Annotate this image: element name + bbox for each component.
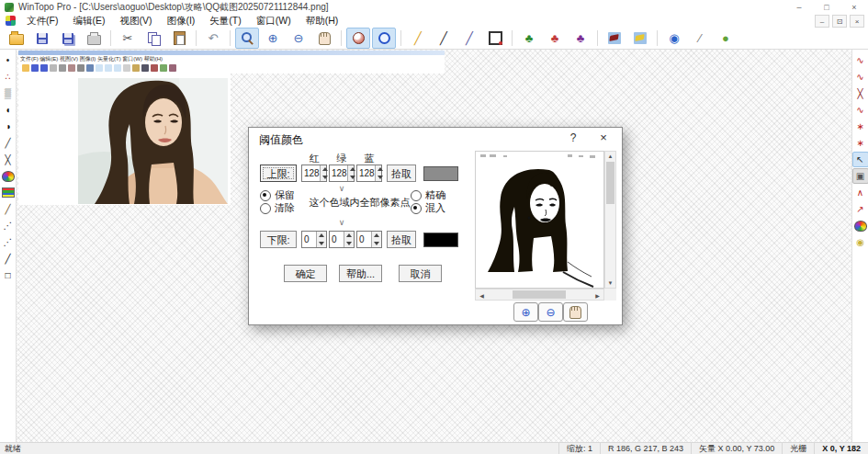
paste-button[interactable]: [167, 28, 191, 49]
upper-red-spinner[interactable]: 128: [301, 165, 327, 182]
cross-tool-button[interactable]: [0, 152, 17, 167]
pan-button[interactable]: [312, 28, 336, 49]
polyline-open-button[interactable]: [852, 102, 868, 118]
vectorize-purple-button[interactable]: [569, 28, 592, 49]
delete-line-button[interactable]: [852, 85, 868, 101]
lower-red-spinner[interactable]: 0: [301, 231, 327, 248]
clear-radio[interactable]: 清除: [260, 201, 295, 215]
zoom-in-button[interactable]: [261, 28, 285, 49]
dialog-title-bar[interactable]: 阈值颜色 ? ×: [249, 128, 622, 147]
zoom-out-button[interactable]: [287, 28, 310, 49]
lower-limit-button[interactable]: 下限:: [260, 231, 297, 248]
crop-button[interactable]: [483, 28, 507, 49]
child-close-button[interactable]: ×: [850, 15, 864, 28]
dotted-line-a-button[interactable]: [0, 218, 17, 233]
exact-radio[interactable]: 精确: [411, 188, 445, 202]
scroll-down-icon[interactable]: ▼: [605, 280, 615, 286]
one-touch-vectorize-button[interactable]: [346, 28, 370, 49]
edit-pixels-button[interactable]: [457, 28, 481, 49]
preview-vscroll-thumb[interactable]: [606, 162, 614, 204]
lower-green-arrows[interactable]: [344, 232, 354, 247]
child-restore-button[interactable]: ⊡: [832, 15, 847, 28]
scroll-right-icon[interactable]: ▶: [592, 292, 603, 299]
bird-button[interactable]: [714, 28, 738, 49]
slash-tool-button[interactable]: [0, 135, 17, 151]
upper-blue-value[interactable]: 128: [357, 165, 375, 181]
preview-vertical-scrollbar[interactable]: ▲ ▼: [604, 151, 616, 289]
erase-red-button[interactable]: [603, 28, 626, 49]
line-tool-button[interactable]: [0, 251, 17, 267]
color-bars-button[interactable]: [0, 185, 17, 200]
save-as-button[interactable]: [56, 28, 80, 49]
halftone-button[interactable]: [0, 85, 17, 101]
copy-button[interactable]: [141, 28, 165, 49]
cut-button[interactable]: [116, 28, 140, 49]
print-button[interactable]: [82, 28, 106, 49]
menu-item-0[interactable]: 文件(F): [19, 15, 65, 26]
lower-blue-spinner[interactable]: 0: [356, 231, 382, 248]
preview-zoom-out-button[interactable]: ⊖: [538, 302, 563, 322]
lower-pick-button[interactable]: 拾取: [387, 231, 416, 248]
exact-radio-circle[interactable]: [411, 190, 422, 201]
contrast-button[interactable]: [0, 119, 17, 134]
cancel-button[interactable]: 取消: [399, 265, 442, 282]
scroll-up-icon[interactable]: ▲: [605, 153, 615, 159]
upper-pick-button[interactable]: 拾取: [387, 165, 416, 182]
zoom-button[interactable]: [235, 28, 259, 49]
strike-b-button[interactable]: [852, 135, 868, 151]
node-tool-button[interactable]: [852, 168, 868, 184]
globe-button[interactable]: [662, 28, 686, 49]
keep-radio[interactable]: 保留: [260, 188, 295, 202]
scroll-left-icon[interactable]: ◀: [477, 292, 487, 299]
upper-green-value[interactable]: 128: [330, 165, 347, 181]
dialog-help-icon[interactable]: ?: [567, 131, 580, 144]
half-left-button[interactable]: [0, 102, 17, 118]
pencil-dark-button[interactable]: [0, 201, 17, 217]
strike-a-button[interactable]: [852, 119, 868, 134]
upper-green-arrows[interactable]: [347, 165, 354, 181]
blend-radio[interactable]: 混入: [411, 201, 445, 215]
lower-blue-arrows[interactable]: [371, 232, 381, 247]
maximize-button[interactable]: □: [813, 0, 840, 14]
dialog-close-icon[interactable]: ×: [596, 131, 611, 144]
menu-item-4[interactable]: 矢量(T): [202, 15, 248, 26]
vectorize-green-button[interactable]: [517, 28, 541, 49]
node-arrow-button[interactable]: [852, 201, 868, 217]
open-file-button[interactable]: [5, 28, 28, 49]
blend-radio-circle[interactable]: [411, 203, 422, 214]
pencil-button[interactable]: [406, 28, 430, 49]
circle-tool-button[interactable]: [372, 28, 396, 49]
lower-blue-value[interactable]: 0: [357, 232, 371, 247]
dotted-line-b-button[interactable]: [0, 234, 17, 250]
menu-item-1[interactable]: 编辑(E): [65, 15, 112, 26]
clear-radio-circle[interactable]: [260, 203, 271, 214]
upper-limit-button[interactable]: 上限:: [260, 165, 297, 182]
menu-item-3[interactable]: 图像(I): [159, 15, 202, 26]
polyline-nodes-button[interactable]: [852, 52, 868, 68]
palette-button[interactable]: [0, 168, 17, 184]
upper-green-spinner[interactable]: 128: [329, 165, 355, 182]
polyline-dashed-button[interactable]: [852, 69, 868, 85]
preview-horizontal-scrollbar[interactable]: ◀ ▶: [475, 289, 604, 301]
select-vector-button[interactable]: [852, 152, 868, 167]
brush-button[interactable]: [688, 28, 712, 49]
rectangle-tool-button[interactable]: [0, 267, 17, 283]
lightbulb-button[interactable]: [852, 234, 868, 250]
color-picker-button[interactable]: [852, 218, 868, 233]
preview-zoom-in-button[interactable]: ⊕: [513, 302, 538, 322]
erase-yellow-button[interactable]: [628, 28, 652, 49]
upper-blue-spinner[interactable]: 128: [356, 165, 382, 182]
vertex-tool-button[interactable]: [852, 185, 868, 200]
undo-button[interactable]: [201, 28, 225, 49]
save-button[interactable]: [30, 28, 54, 49]
keep-radio-circle[interactable]: [260, 190, 271, 201]
menu-item-6[interactable]: 帮助(H): [299, 15, 346, 26]
lower-green-value[interactable]: 0: [330, 232, 344, 247]
lower-red-value[interactable]: 0: [302, 232, 316, 247]
child-minimize-button[interactable]: –: [815, 15, 829, 28]
vectorize-red-button[interactable]: [543, 28, 567, 49]
upper-red-value[interactable]: 128: [302, 165, 320, 181]
help-button[interactable]: 帮助...: [339, 265, 382, 282]
lower-red-arrows[interactable]: [316, 232, 326, 247]
ok-button[interactable]: 确定: [284, 265, 327, 282]
